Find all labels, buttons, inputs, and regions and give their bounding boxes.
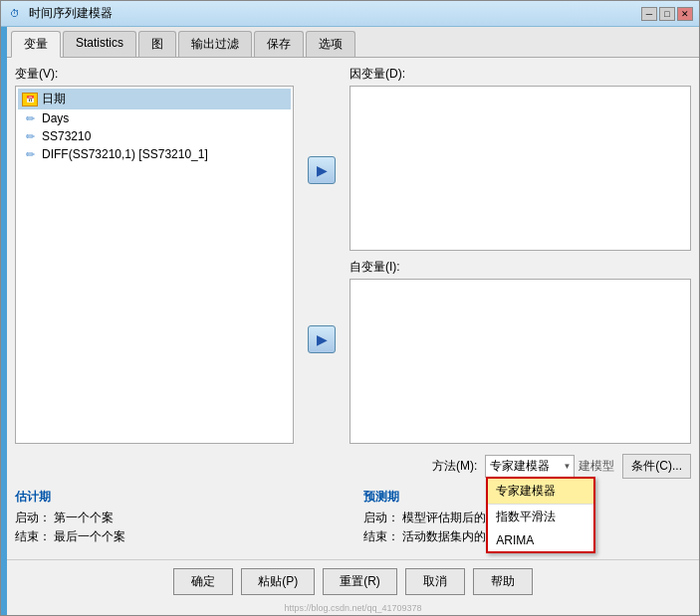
arrow-right-dependent-button[interactable]: ▶ [308,156,336,184]
list-item[interactable]: 📅 日期 [18,89,291,109]
estimation-end-label: 结束： [15,529,51,543]
pencil-icon: ✏ [22,111,38,125]
pencil-icon: ✏ [22,129,38,143]
watermark: https://blog.csdn.net/qq_41709378 [7,603,699,615]
dropdown-arrow-icon: ▼ [563,462,571,471]
tab-output-filter[interactable]: 输出过滤 [178,31,252,57]
var-name: 日期 [42,91,66,107]
var-name: SS73210 [42,129,91,143]
reset-button[interactable]: 重置(R) [323,568,397,595]
title-bar: ⏱ 时间序列建模器 ─ □ ✕ [1,1,699,27]
window-controls: ─ □ ✕ [641,7,693,21]
estimation-start-row: 启动： 第一个个案 [15,510,344,526]
close-button[interactable]: ✕ [677,7,693,21]
var-name: Days [42,111,69,125]
content-area: 变量(V): 📅 日期 ✏ Days ✏ [7,58,699,559]
variables-section: 变量(V): 📅 日期 ✏ Days ✏ [15,66,691,444]
minimize-button[interactable]: ─ [641,7,657,21]
tab-options[interactable]: 选项 [306,31,355,57]
dropdown-item-expert[interactable]: 专家建模器 [488,479,593,505]
tab-statistics[interactable]: Statistics [63,31,136,57]
list-item[interactable]: ✏ Days [18,109,291,127]
prediction-start-label: 启动： [363,511,399,524]
paste-button[interactable]: 粘贴(P) [241,568,315,595]
method-row: 方法(M): 专家建模器 ▼ 专家建模器 指数平滑法 ARIMA [15,448,691,485]
window-icon: ⏱ [7,6,23,22]
variable-list-label: 变量(V): [15,66,294,83]
estimation-section: 估计期 启动： 第一个个案 结束： 最后一个个案 [15,489,344,547]
estimation-start-label: 启动： [15,511,51,524]
tab-chart[interactable]: 图 [138,31,176,57]
main-content: 变量 Statistics 图 输出过滤 保存 选项 变量(V): 📅 [1,27,699,615]
cancel-button[interactable]: 取消 [405,568,465,595]
estimation-start-value: 第一个个案 [54,511,114,524]
maximize-button[interactable]: □ [659,7,675,21]
arrow-right-independent-button[interactable]: ▶ [308,325,336,353]
variable-right-panels: 因变量(D): 自变量(I): [350,66,691,444]
independent-list[interactable] [350,279,691,444]
dropdown-item-exponential[interactable]: 指数平滑法 [488,505,593,529]
criteria-button[interactable]: 条件(C)... [622,454,691,479]
independent-panel: 自变量(I): [350,259,691,444]
footer: 确定 粘贴(P) 重置(R) 取消 帮助 [7,559,699,603]
method-dropdown-menu: 专家建模器 指数平滑法 ARIMA [486,477,595,553]
main-window: ⏱ 时间序列建模器 ─ □ ✕ 变量 Statistics 图 输出过滤 保存 … [0,0,700,616]
method-area: 专家建模器 ▼ 专家建模器 指数平滑法 ARIMA 建模型 [485,455,614,478]
list-item[interactable]: ✏ DIFF(SS73210,1) [SS73210_1] [18,145,291,163]
calendar-icon: 📅 [22,93,38,106]
dependent-panel: 因变量(D): [350,66,691,251]
tab-variables[interactable]: 变量 [11,31,61,58]
help-button[interactable]: 帮助 [473,568,533,595]
variable-list[interactable]: 📅 日期 ✏ Days ✏ SS73210 [15,86,294,444]
method-current-value: 专家建模器 [490,458,550,475]
dropdown-item-arima[interactable]: ARIMA [488,529,593,551]
estimation-end-value: 最后一个个案 [54,529,125,543]
tab-save[interactable]: 保存 [254,31,304,57]
list-item[interactable]: ✏ SS73210 [18,127,291,145]
arrow-column: ▶ ▶ [302,66,342,444]
tab-bar: 变量 Statistics 图 输出过滤 保存 选项 [7,27,699,58]
dependent-list[interactable] [350,86,691,251]
method-label: 方法(M): [432,458,477,475]
estimation-end-row: 结束： 最后一个个案 [15,528,344,545]
prediction-end-label: 结束： [363,529,399,543]
var-name: DIFF(SS73210,1) [SS73210_1] [42,147,208,161]
method-dropdown[interactable]: 专家建模器 ▼ 专家建模器 指数平滑法 ARIMA [485,455,575,478]
window-title: 时间序列建模器 [29,5,641,22]
pencil-icon: ✏ [22,147,38,161]
confirm-button[interactable]: 确定 [173,568,233,595]
independent-label: 自变量(I): [350,259,691,276]
dialog-body: 变量 Statistics 图 输出过滤 保存 选项 变量(V): 📅 [7,27,699,615]
dependent-label: 因变量(D): [350,66,691,83]
estimation-title: 估计期 [15,489,344,506]
build-model-label: 建模型 [579,458,614,475]
variable-left-panel: 变量(V): 📅 日期 ✏ Days ✏ [15,66,294,444]
